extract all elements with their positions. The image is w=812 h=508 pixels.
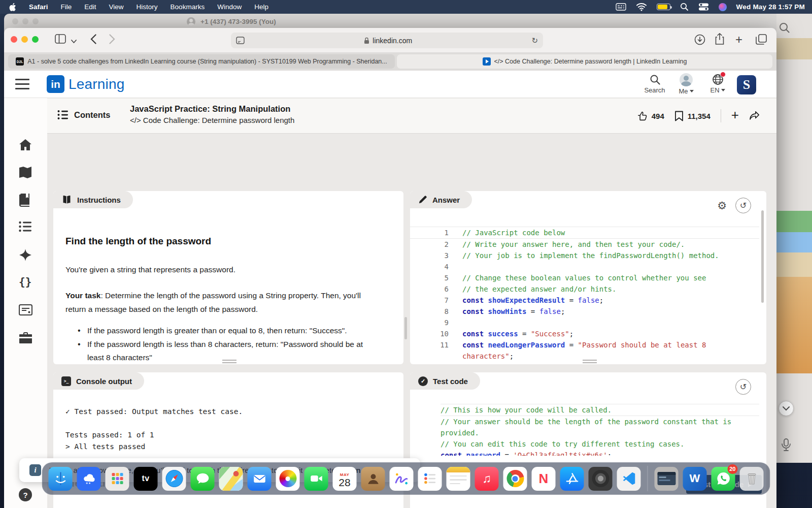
contents-button[interactable]: Contents — [57, 110, 111, 120]
dock-maps-icon[interactable] — [219, 467, 243, 491]
sparkle-ai-icon[interactable] — [19, 248, 32, 264]
dock-freeform-icon[interactable] — [390, 467, 414, 491]
dock-calendar-icon[interactable]: MAY28 — [333, 467, 357, 491]
linkedin-learning-logo[interactable]: in Learning — [47, 75, 125, 93]
menubar-item-bookmarks[interactable]: Bookmarks — [171, 3, 205, 11]
bookmark-icon — [674, 111, 684, 121]
header-me-menu[interactable]: Me — [672, 73, 700, 95]
dock-reminders-icon[interactable] — [418, 467, 442, 491]
menubar-item-history[interactable]: History — [137, 3, 158, 11]
console-tab[interactable]: >_ Console output — [53, 372, 144, 390]
minimize-window-button[interactable] — [21, 36, 28, 43]
battery-icon[interactable] — [657, 4, 670, 10]
reload-icon[interactable]: ↻ — [531, 36, 538, 45]
library-book-icon[interactable] — [19, 194, 31, 209]
tab-overview-icon[interactable] — [756, 34, 767, 47]
instructions-panel: Instructions Find the length of the pass… — [53, 191, 403, 364]
close-window-button[interactable] — [11, 36, 17, 43]
briefcase-icon[interactable] — [19, 332, 32, 346]
control-center-icon[interactable] — [698, 3, 709, 11]
hamburger-menu-icon[interactable] — [15, 79, 29, 89]
console-line — [65, 418, 243, 429]
add-button[interactable]: + — [731, 107, 739, 123]
testcode-editor[interactable]: // This is how your code will be called.… — [441, 404, 759, 456]
dock-mail-icon[interactable] — [248, 467, 272, 491]
microphone-icon[interactable] — [781, 438, 792, 454]
address-bar[interactable]: linkedin.com ↻ — [231, 33, 543, 48]
contents-bar: Contents JavaScript Practice: String Man… — [47, 98, 776, 134]
dock-vscode-icon[interactable] — [617, 467, 641, 491]
safari-window: linkedin.com ↻ + D2L A1 - solve 5 code c… — [4, 28, 776, 508]
challenge-bullets: If the password length is greater than o… — [65, 324, 377, 364]
sidebar-toggle-icon[interactable] — [55, 34, 66, 46]
dock-safari-icon[interactable] — [162, 467, 186, 491]
dock-utility-icon[interactable] — [77, 467, 101, 491]
dock-launchpad-icon[interactable] — [106, 467, 129, 491]
resize-handle[interactable] — [583, 360, 597, 363]
page-format-icon[interactable] — [236, 37, 245, 44]
editor-settings-gear-icon[interactable]: ⚙ — [717, 200, 727, 211]
help-button[interactable]: ? — [19, 488, 32, 501]
dock-music-icon[interactable]: ♫ — [475, 467, 499, 491]
dock-facetime-icon[interactable] — [304, 467, 328, 491]
siri-icon[interactable] — [719, 3, 727, 11]
input-source-icon[interactable] — [616, 3, 626, 11]
dock-word-icon[interactable]: W — [683, 467, 707, 491]
dock-photos-icon[interactable] — [276, 467, 300, 491]
coderpad-workspace: Instructions Find the length of the pass… — [47, 134, 776, 508]
map-explore-icon[interactable] — [19, 166, 32, 180]
dock-settings-icon[interactable] — [589, 467, 613, 491]
menubar-item-file[interactable]: File — [61, 3, 72, 11]
code-line: 7const showExpectedResult = false; — [410, 295, 759, 306]
header-language-menu[interactable]: EN — [703, 73, 732, 94]
menubar-app-name[interactable]: Safari — [29, 3, 48, 11]
wifi-icon[interactable] — [636, 3, 647, 11]
menubar-item-edit[interactable]: Edit — [84, 3, 96, 11]
share-icon[interactable] — [715, 33, 725, 47]
organization-logo[interactable]: S — [737, 75, 756, 94]
apple-logo-icon[interactable] — [9, 3, 16, 11]
answer-tab[interactable]: Answer — [410, 191, 472, 208]
tab-d2l[interactable]: D2L A1 - solve 5 code challenges from Li… — [8, 54, 395, 69]
answer-reset-button[interactable]: ↺ — [735, 198, 751, 213]
dock-finder-icon[interactable] — [49, 467, 73, 491]
header-search[interactable]: Search — [640, 73, 669, 94]
scroll-down-button[interactable] — [779, 401, 794, 416]
answer-scrollbar[interactable] — [761, 210, 764, 303]
tab-linkedin-learning[interactable]: </> Code Challenge: Determine password l… — [397, 54, 772, 69]
resize-handle[interactable] — [222, 360, 236, 363]
certificate-icon[interactable] — [19, 304, 32, 318]
menubar-clock[interactable]: Wed May 28 1:57 PM — [736, 3, 805, 11]
spotlight-icon[interactable] — [680, 3, 689, 11]
info-icon: i — [29, 464, 41, 476]
home-icon[interactable] — [19, 139, 32, 153]
forward-button[interactable] — [109, 34, 115, 46]
zoom-window-button[interactable] — [32, 36, 39, 43]
dock-trash-icon[interactable] — [740, 467, 764, 491]
dock-messages-icon[interactable] — [191, 467, 215, 491]
dock-chrome-icon[interactable] — [503, 467, 527, 491]
back-button[interactable] — [90, 34, 96, 46]
dock-contacts-icon[interactable] — [361, 467, 385, 491]
downloads-icon[interactable] — [694, 34, 705, 47]
answer-code-editor[interactable]: 1// JavaScript code below2// Write your … — [410, 227, 759, 362]
dock-news-icon[interactable]: N — [532, 467, 556, 491]
share-lesson-button[interactable] — [749, 111, 760, 121]
bookmark-button[interactable]: 11,354 — [674, 111, 710, 121]
dock-appstore-icon[interactable] — [560, 467, 584, 491]
menubar-item-view[interactable]: View — [109, 3, 124, 11]
dock-tv-icon[interactable]: tv — [134, 467, 158, 491]
list-icon[interactable] — [19, 221, 32, 234]
sidebar-chevron-icon[interactable] — [71, 37, 77, 46]
testcode-tab[interactable]: ✓ Test code — [410, 372, 480, 390]
dock-preview-icon[interactable] — [655, 467, 679, 491]
dock-notes-icon[interactable] — [447, 467, 470, 491]
like-button[interactable]: 494 — [637, 111, 664, 121]
column-resize-handle[interactable] — [404, 317, 407, 339]
testcode-reset-button[interactable]: ↺ — [735, 379, 751, 395]
dock-whatsapp-icon[interactable]: 20 — [712, 467, 735, 491]
new-tab-icon[interactable]: + — [735, 33, 742, 47]
menubar-item-window[interactable]: Window — [217, 3, 242, 11]
code-braces-icon[interactable]: {} — [19, 276, 31, 288]
menubar-item-help[interactable]: Help — [254, 3, 268, 11]
